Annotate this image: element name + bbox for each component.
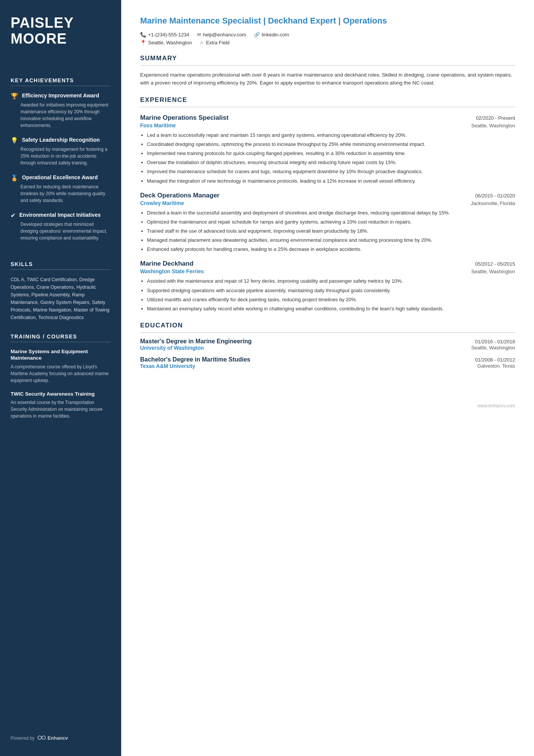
achievement-desc: Recognized by management for fostering a… (20, 146, 111, 166)
contact-row-2: 📍 Seattle, Washington ☆ Extra Field (140, 40, 515, 45)
achievement-title: Safety Leadership Recognition (22, 136, 100, 143)
job-dates: 05/2012 - 05/2015 (475, 261, 515, 267)
company-name: Washington State Ferries (140, 268, 204, 274)
bullet-item: Improved the maintenance schedule for cr… (147, 168, 515, 175)
education-heading: EDUCATION (140, 322, 515, 329)
skills-text: CDL A, TWIC Card Certification, Dredge O… (11, 276, 111, 321)
main-content: Marine Maintenance Specialist | Deckhand… (121, 0, 534, 756)
edu-location: Seattle, Washington (471, 345, 515, 351)
bullet-item: Enhanced safety protocols for handling c… (147, 246, 515, 253)
edu-school: Texas A&M University (140, 363, 195, 369)
key-achievements-heading: KEY ACHIEVEMENTS (11, 77, 111, 86)
contact-extra: ☆ Extra Field (200, 40, 230, 45)
medal-icon: 🏅 (11, 174, 18, 182)
footer-url: www.enhancv.com (478, 388, 515, 409)
job-bullets: Assisted with the maintenance and repair… (140, 277, 515, 313)
education-item: Bachelor's Degree in Maritime Studies 01… (140, 356, 515, 369)
job-bullets: Directed a team in the successful assemb… (140, 209, 515, 254)
edu-dates: 01/2008 - 01/2012 (475, 357, 515, 363)
achievement-item: 🏆 Efficiency Improvement Award Awarded f… (11, 92, 111, 129)
job-dates: 06/2015 - 01/2020 (475, 193, 515, 199)
bullet-item: Implemented new training protocols for q… (147, 150, 515, 157)
education-item: Master's Degree in Marine Engineering 01… (140, 338, 515, 351)
achievements-list: 🏆 Efficiency Improvement Award Awarded f… (11, 92, 111, 249)
contact-location: 📍 Seattle, Washington (140, 40, 192, 45)
experience-heading: EXPERIENCE (140, 96, 515, 104)
bullet-item: Managed material placement area dewateri… (147, 236, 515, 244)
bullet-item: Managed the integration of new technolog… (147, 177, 515, 185)
edu-degree: Master's Degree in Marine Engineering (140, 338, 252, 345)
job-title: Deck Operations Manager (140, 192, 220, 199)
star-icon: ☆ (200, 40, 204, 45)
edu-degree: Bachelor's Degree in Maritime Studies (140, 356, 250, 363)
training-title: TWIC Security Awareness Training (11, 391, 111, 398)
achievement-desc: Awarded for initiatives improving equipm… (20, 102, 111, 129)
achievement-title: Operational Excellence Award (22, 174, 98, 181)
job-item: Marine Operations Specialist 02/2020 - P… (140, 114, 515, 185)
main-title: Marine Maintenance Specialist | Deckhand… (140, 15, 515, 27)
achievement-desc: Developed strategies that minimized dred… (20, 221, 111, 241)
contact-row: 📞 +1-(234)-555-1234 ✉ help@enhancv.com 🔗… (140, 32, 515, 38)
bullet-item: Trained staff in the use of advanced too… (147, 227, 515, 235)
contact-phone: 📞 +1-(234)-555-1234 (140, 32, 189, 38)
job-item: Deck Operations Manager 06/2015 - 01/202… (140, 192, 515, 254)
education-divider (140, 332, 515, 333)
sidebar-footer: Powered by Enhancv (11, 720, 111, 741)
bullet-item: Supported dredging operations with accur… (147, 287, 515, 294)
summary-heading: SUMMARY (140, 55, 515, 62)
job-title: Marine Operations Specialist (140, 114, 228, 122)
achievement-item: ✔ Environmental Impact Initiatives Devel… (11, 211, 111, 241)
company-name: Crowley Maritime (140, 200, 184, 206)
job-location: Jacksonville, Florida (471, 200, 515, 206)
bullet-item: Utilized manlifts and cranes efficiently… (147, 296, 515, 304)
enhancv-logo-icon (37, 736, 46, 741)
bullet-item: Directed a team in the successful assemb… (147, 209, 515, 217)
contact-linkedin: 🔗 linkedin.com (254, 32, 289, 38)
enhancv-logo: Enhancv (37, 735, 68, 741)
job-item: Marine Deckhand 05/2012 - 05/2015 Washin… (140, 260, 515, 313)
bullet-item: Oversaw the installation of dolphin stru… (147, 159, 515, 166)
skills-heading: SKILLS (11, 261, 111, 270)
edu-school: University of Washington (140, 345, 204, 351)
job-bullets: Led a team to successfully repair and ma… (140, 131, 515, 185)
achievement-title: Environmental Impact Initiatives (19, 211, 101, 218)
training-desc: An essential course by the Transportatio… (11, 399, 111, 419)
experience-divider (140, 107, 515, 107)
company-name: Foss Maritime (140, 122, 176, 128)
edu-dates: 01/2016 - 01/2018 (475, 339, 515, 344)
bullet-item: Coordinated dredging operations, optimiz… (147, 141, 515, 148)
training-title: Marine Systems and Equipment Maintenance (11, 348, 111, 362)
candidate-name: PAISLEY MOORE (11, 15, 111, 47)
bullet-item: Assisted with the maintenance and repair… (147, 277, 515, 285)
linkedin-icon: 🔗 (254, 32, 260, 38)
trophy-icon: 🏆 (11, 92, 18, 100)
training-list: Marine Systems and Equipment Maintenance… (11, 348, 111, 427)
training-heading: TRAINING / COURSES (11, 333, 111, 342)
job-location: Seattle, Washington (471, 123, 515, 128)
achievement-item: 💡 Safety Leadership Recognition Recogniz… (11, 136, 111, 166)
bullet-item: Optimized the maintenance and repair sch… (147, 218, 515, 226)
summary-divider (140, 65, 515, 66)
training-desc: A comprehensive course offered by Lloyd'… (11, 363, 111, 384)
main-footer: www.enhancv.com (140, 384, 515, 409)
summary-text: Experienced marine operations profession… (140, 71, 515, 87)
bullet-item: Maintained an exemplary safety record wh… (147, 305, 515, 313)
job-title: Marine Deckhand (140, 260, 194, 268)
lightbulb-icon: 💡 (11, 137, 18, 144)
phone-icon: 📞 (140, 32, 146, 38)
bullet-item: Led a team to successfully repair and ma… (147, 131, 515, 139)
email-icon: ✉ (197, 32, 201, 38)
contact-email: ✉ help@enhancv.com (197, 32, 246, 38)
job-dates: 02/2020 - Present (476, 115, 515, 121)
checkmark-icon: ✔ (11, 212, 16, 219)
powered-by-label: Powered by (11, 736, 34, 741)
job-location: Seattle, Washington (471, 269, 515, 274)
achievement-item: 🏅 Operational Excellence Award Earned fo… (11, 174, 111, 204)
location-icon: 📍 (140, 40, 146, 45)
training-item: Marine Systems and Equipment Maintenance… (11, 348, 111, 384)
achievement-title: Efficiency Improvement Award (22, 92, 99, 99)
achievement-desc: Earned for reducing deck maintenance tim… (20, 183, 111, 204)
sidebar: PAISLEY MOORE KEY ACHIEVEMENTS 🏆 Efficie… (0, 0, 121, 756)
training-item: TWIC Security Awareness Training An esse… (11, 391, 111, 420)
edu-location: Galveston, Texas (478, 363, 515, 369)
